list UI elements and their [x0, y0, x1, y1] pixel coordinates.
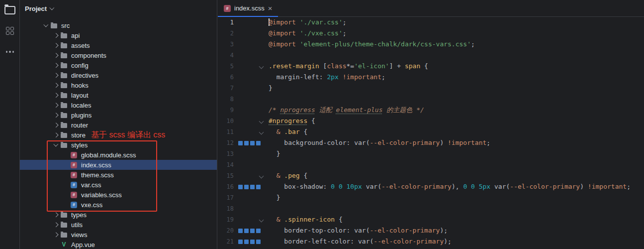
code-line-10[interactable]: 10#nprogress { — [218, 116, 644, 126]
code-token: 的主题色 */ — [383, 106, 424, 114]
tree-row-hooks[interactable]: hooks — [20, 80, 217, 90]
color-chip[interactable] — [256, 185, 261, 189]
tree-row-router[interactable]: router — [20, 120, 217, 130]
color-chip[interactable] — [250, 185, 255, 189]
tool-window-strip — [0, 0, 20, 249]
color-chip[interactable] — [250, 141, 255, 145]
tree-row-directives[interactable]: directives — [20, 70, 217, 80]
tree-row-utils[interactable]: utils — [20, 220, 217, 230]
color-chip[interactable] — [238, 185, 243, 189]
color-preview-chips[interactable] — [238, 185, 261, 189]
code-line-15[interactable]: 15 & .peg { — [218, 170, 644, 181]
gutter-zone — [234, 148, 269, 159]
color-chip[interactable] — [238, 240, 243, 244]
project-panel-header[interactable]: Project — [20, 0, 217, 17]
code-token: --el-color-primary — [381, 183, 452, 190]
color-chip[interactable] — [244, 240, 249, 244]
more-tool-windows-button[interactable] — [4, 46, 16, 58]
chevron-collapsed-icon[interactable] — [52, 133, 60, 137]
color-chip[interactable] — [250, 240, 255, 244]
color-chip[interactable] — [250, 229, 255, 233]
structure-tool-window-button[interactable] — [4, 25, 16, 37]
code-line-5[interactable]: 5.reset-margin [class*='el-icon'] + span… — [218, 61, 644, 72]
tree-row-components[interactable]: components — [20, 50, 217, 60]
code-line-20[interactable]: 20 border-top-color: var(--el-color-prim… — [218, 225, 644, 236]
chevron-collapsed-icon[interactable] — [52, 233, 60, 237]
code-token: ) — [580, 183, 588, 190]
code-line-17[interactable]: 17 } — [218, 192, 644, 203]
code-line-19[interactable]: 19 & .spinner-icon { — [218, 214, 644, 225]
tree-row-styles[interactable]: styles — [20, 140, 217, 150]
tree-row-variables-scss[interactable]: #variables.scss — [20, 190, 217, 200]
color-preview-chips[interactable] — [238, 229, 261, 233]
color-chip[interactable] — [238, 229, 243, 233]
chevron-collapsed-icon[interactable] — [52, 84, 60, 87]
chevron-collapsed-icon[interactable] — [52, 124, 60, 127]
code-line-21[interactable]: 21 border-left-color: var(--el-color-pri… — [218, 236, 644, 247]
tree-row-global-module-scss[interactable]: #global.module.scss — [20, 150, 217, 160]
chevron-collapsed-icon[interactable] — [52, 54, 60, 57]
code-line-12[interactable]: 12 background-color: var(--el-color-prim… — [218, 137, 644, 148]
tree-row-src[interactable]: src — [20, 20, 217, 30]
tree-row-theme-scss[interactable]: #theme.scss — [20, 170, 217, 180]
chevron-expanded-icon[interactable] — [42, 24, 50, 26]
tree-row-plugins[interactable]: plugins — [20, 110, 217, 120]
fold-arrow-icon[interactable] — [259, 217, 264, 222]
tree-row-layout[interactable]: layout — [20, 90, 217, 100]
tree-row-api[interactable]: api — [20, 30, 217, 40]
code-token: ; — [343, 18, 347, 26]
tab-index-scss[interactable]: # index.scss × — [218, 0, 278, 16]
code-line-14[interactable]: 14 — [218, 159, 644, 170]
tree-row-var-css[interactable]: #var.css — [20, 180, 217, 190]
tree-row-assets[interactable]: assets — [20, 40, 217, 50]
color-preview-chips[interactable] — [238, 240, 261, 244]
code-line-7[interactable]: 7} — [218, 83, 644, 94]
color-chip[interactable] — [244, 229, 249, 233]
chevron-collapsed-icon[interactable] — [52, 114, 60, 117]
color-chip[interactable] — [256, 141, 261, 145]
tree-item-label: theme.scss — [81, 171, 114, 179]
tree-row-App-vue[interactable]: VApp.vue — [20, 240, 217, 249]
chevron-collapsed-icon[interactable] — [52, 223, 60, 227]
code-line-18[interactable]: 18 — [218, 203, 644, 214]
fold-arrow-icon[interactable] — [259, 129, 264, 134]
color-preview-chips[interactable] — [238, 141, 261, 145]
code-line-9[interactable]: 9/* nprogress 适配 element-plus 的主题色 */ — [218, 105, 644, 116]
tree-row-views[interactable]: views — [20, 230, 217, 240]
code-line-1[interactable]: 1@import './var.css'; — [218, 17, 644, 28]
code-line-8[interactable]: 8 — [218, 94, 644, 105]
tree-row-config[interactable]: config — [20, 60, 217, 70]
chevron-collapsed-icon[interactable] — [52, 64, 60, 67]
chevron-expanded-icon[interactable] — [52, 144, 60, 146]
code-area[interactable]: 1@import './var.css';2@import './vxe.css… — [218, 17, 644, 249]
tab-close-icon[interactable]: × — [268, 4, 273, 12]
code-line-6[interactable]: 6 margin-left: 2px !important; — [218, 72, 644, 83]
chevron-collapsed-icon[interactable] — [52, 34, 60, 37]
chevron-collapsed-icon[interactable] — [52, 94, 60, 97]
chevron-collapsed-icon[interactable] — [52, 44, 60, 47]
color-chip[interactable] — [256, 229, 261, 233]
project-tool-window-button[interactable] — [4, 4, 16, 16]
code-line-16[interactable]: 16 box-shadow: 0 0 10px var(--el-color-p… — [218, 181, 644, 192]
color-chip[interactable] — [244, 185, 249, 189]
code-line-3[interactable]: 3@import 'element-plus/theme-chalk/dark/… — [218, 39, 644, 50]
fold-arrow-icon[interactable] — [259, 64, 264, 69]
tree-row-vxe-css[interactable]: #vxe.css — [20, 200, 217, 210]
color-chip[interactable] — [244, 141, 249, 145]
tree-row-types[interactable]: types — [20, 210, 217, 220]
code-line-13[interactable]: 13 } — [218, 148, 644, 159]
color-chip[interactable] — [256, 240, 261, 244]
chevron-collapsed-icon[interactable] — [52, 74, 60, 77]
scss-file-icon: # — [70, 152, 78, 158]
code-line-11[interactable]: 11 & .bar { — [218, 126, 644, 137]
chevron-collapsed-icon[interactable] — [52, 104, 60, 107]
line-number: 19 — [218, 214, 234, 225]
tree-row-index-scss[interactable]: #index.scss — [20, 160, 217, 170]
tree-row-locales[interactable]: locales — [20, 100, 217, 110]
fold-arrow-icon[interactable] — [259, 173, 264, 178]
code-line-2[interactable]: 2@import './vxe.css'; — [218, 28, 644, 39]
color-chip[interactable] — [238, 141, 243, 145]
code-line-4[interactable]: 4 — [218, 50, 644, 61]
chevron-collapsed-icon[interactable] — [52, 213, 60, 217]
fold-arrow-icon[interactable] — [259, 119, 264, 124]
